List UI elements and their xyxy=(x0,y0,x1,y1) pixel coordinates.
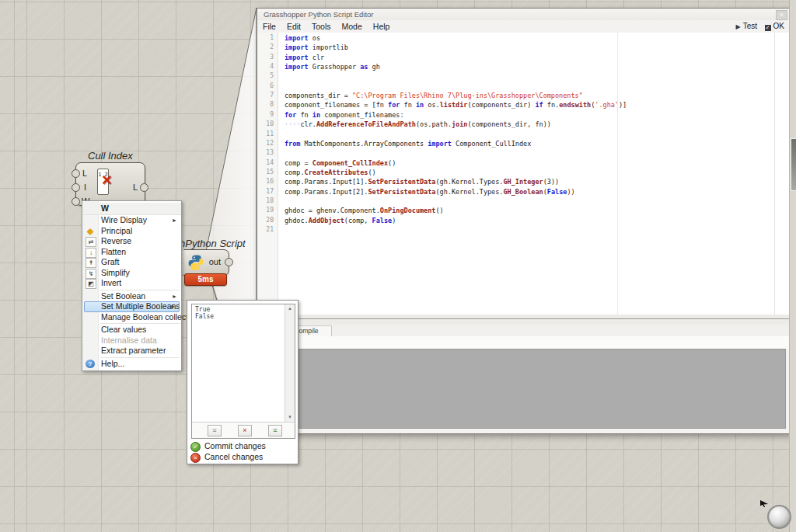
line-number: 10 xyxy=(266,120,274,127)
boolean-flyout-panel: True False ▲ ▼ ≡×≡ ✓ Commit changes × Ca… xyxy=(187,300,298,464)
line-number: 21 xyxy=(266,226,274,233)
line-number: 16 xyxy=(266,178,274,185)
menu-item-graft[interactable]: Graft↟ xyxy=(82,257,181,268)
menu-item-internalise-data[interactable]: Internalise data xyxy=(82,336,181,346)
scroll-up-icon[interactable]: ▲ xyxy=(285,304,295,312)
test-button[interactable]: ▶Test xyxy=(736,22,758,30)
menu-item-principal[interactable]: Principal◆ xyxy=(82,226,181,237)
menu-item-simplify[interactable]: Simplify↯ xyxy=(82,268,181,279)
cancel-changes-item[interactable]: × Cancel changes xyxy=(187,452,298,462)
menubar-help[interactable]: Help xyxy=(368,20,396,31)
line-number: 14 xyxy=(266,159,274,166)
line-number: 11 xyxy=(266,130,274,137)
cull-index-component[interactable]: L I W L 1 2 × xyxy=(75,162,145,206)
line-number: 6 xyxy=(270,82,274,89)
flyout-toolbar: ≡×≡ xyxy=(192,422,295,438)
code-line-17: comp.Params.Input[2].SetPersistentData(g… xyxy=(285,188,575,196)
boolean-text-area[interactable]: True False xyxy=(195,306,214,320)
menu-item-wire-display[interactable]: Wire Display► xyxy=(82,215,181,226)
menu-item-w: W xyxy=(82,203,181,215)
code-line-12: from MathComponents.ArrayComponents impo… xyxy=(285,140,531,148)
menubar-edit[interactable]: Edit xyxy=(281,20,306,31)
canvas-vertical-scrollbar[interactable] xyxy=(789,0,796,532)
submenu-arrow-icon: ► xyxy=(172,215,177,226)
bottom-tabstrip: Compile xyxy=(257,325,790,337)
menu-item-clear-values[interactable]: Clear values xyxy=(82,325,181,336)
line-number: 13 xyxy=(266,149,274,156)
line-number: 17 xyxy=(266,188,274,195)
code-line-20: ghdoc.AddObject(comp, False) xyxy=(285,217,396,225)
code-line-16: comp.Params.Input[1].SetPersistentData(g… xyxy=(285,178,559,186)
line-number: 1 xyxy=(270,34,274,41)
play-icon: ▶ xyxy=(736,23,741,30)
flyout-scrollbar[interactable]: ▲ ▼ xyxy=(285,304,295,422)
ghpython-component[interactable]: out xyxy=(178,249,229,276)
commit-changes-item[interactable]: ✓ Commit changes xyxy=(187,441,298,451)
cull-input-L[interactable]: L xyxy=(82,169,87,178)
window-title: Grasshopper Python Script Editor xyxy=(264,10,374,19)
menu-item-extract-parameter[interactable]: Extract parameter xyxy=(82,346,181,356)
python-logo-icon xyxy=(187,254,204,271)
cull-input-nub-L[interactable] xyxy=(72,169,80,178)
cull-x-icon: × xyxy=(102,173,112,187)
ghpython-output-nub[interactable] xyxy=(225,258,233,266)
line-number: 18 xyxy=(266,197,274,204)
code-line-2: import importlib xyxy=(285,43,348,52)
sort-icon[interactable]: ≡ xyxy=(208,425,222,436)
editor-titlebar[interactable]: Grasshopper Python Script Editor × xyxy=(257,9,790,21)
code-line-1: import os xyxy=(285,34,320,43)
editor-menubar: FileEditToolsModeHelp ▶Test ✓OK xyxy=(257,20,790,33)
invert-icon: ◩ xyxy=(86,279,96,289)
cull-output-L[interactable]: L xyxy=(133,183,138,192)
menubar-file[interactable]: File xyxy=(257,20,281,31)
cull-component-label: Cull Index xyxy=(88,150,133,162)
code-line-15: comp.CreateAttributes() xyxy=(285,169,376,177)
menu-item-manage-boolean-collection[interactable]: Manage Boolean collection xyxy=(82,312,181,323)
ghpython-output-out[interactable]: out xyxy=(209,257,221,266)
code-line-10: ····clr.AddReferenceToFileAndPath(os.pat… xyxy=(285,120,551,129)
code-line-8: component_filenames = [fn for fn in os.l… xyxy=(285,101,627,110)
ghpython-component-label: GhPython Script xyxy=(172,238,246,249)
append-entry-icon[interactable]: ≡ xyxy=(268,425,282,436)
menu-item-set-multiple-booleans[interactable]: Set Multiple Booleans► xyxy=(84,301,180,312)
line-number: 9 xyxy=(270,111,274,118)
editor-menubar-items: FileEditToolsModeHelp xyxy=(257,22,395,31)
menubar-mode[interactable]: Mode xyxy=(337,20,368,31)
context-menu: WWire Display►Principal◆Reverse⇄Flatten↓… xyxy=(82,200,182,371)
ok-check-icon: ✓ xyxy=(765,25,771,31)
editor-splitter[interactable] xyxy=(257,315,790,325)
code-line-4: import Grasshopper as gh xyxy=(285,63,380,71)
compile-output-console[interactable] xyxy=(262,349,786,429)
canvas-sphere-widget[interactable] xyxy=(767,505,791,529)
line-number: 5 xyxy=(270,72,274,79)
ok-button[interactable]: ✓OK xyxy=(765,22,784,31)
canvas-scrollbar-thumb[interactable] xyxy=(791,138,796,191)
menu-item-flatten[interactable]: Flatten↓ xyxy=(82,247,181,258)
flyout-text-panel: True False ▲ ▼ ≡×≡ xyxy=(191,304,295,439)
code-line-3: import clr xyxy=(285,54,324,62)
cull-input-nub-I[interactable] xyxy=(72,183,80,192)
menu-item-set-boolean[interactable]: Set Boolean► xyxy=(82,291,181,302)
reverse-icon: ⇄ xyxy=(86,237,96,247)
code-editor-area[interactable]: 123456789101112131415161718192021 import… xyxy=(257,33,790,315)
screenshot-root: Cull Index L I W L 1 2 × GhPython Script… xyxy=(0,0,796,532)
menu-item-invert[interactable]: Invert◩ xyxy=(82,278,181,289)
cull-output-nub-L[interactable] xyxy=(140,183,148,192)
graft-icon: ↟ xyxy=(86,258,96,268)
line-number: 20 xyxy=(266,217,274,224)
context-menu-items: WWire Display►Principal◆Reverse⇄Flatten↓… xyxy=(82,203,181,369)
menu-item-reverse[interactable]: Reverse⇄ xyxy=(82,236,181,247)
menu-item-help[interactable]: Help...? xyxy=(82,359,181,370)
line-number: 3 xyxy=(270,54,274,61)
scroll-down-icon[interactable]: ▼ xyxy=(285,413,295,421)
flatten-icon: ↓ xyxy=(86,248,96,258)
close-icon[interactable]: × xyxy=(776,10,787,20)
menubar-tools[interactable]: Tools xyxy=(306,20,337,31)
cull-input-I[interactable]: I xyxy=(84,183,86,192)
principal-icon: ◆ xyxy=(86,227,95,235)
delete-entry-icon[interactable]: × xyxy=(238,425,252,436)
cancel-x-icon: × xyxy=(190,453,201,463)
cull-input-nub-W[interactable] xyxy=(72,197,80,206)
column-ruler-line xyxy=(617,33,618,315)
python-editor-window: Grasshopper Python Script Editor × FileE… xyxy=(257,8,791,434)
